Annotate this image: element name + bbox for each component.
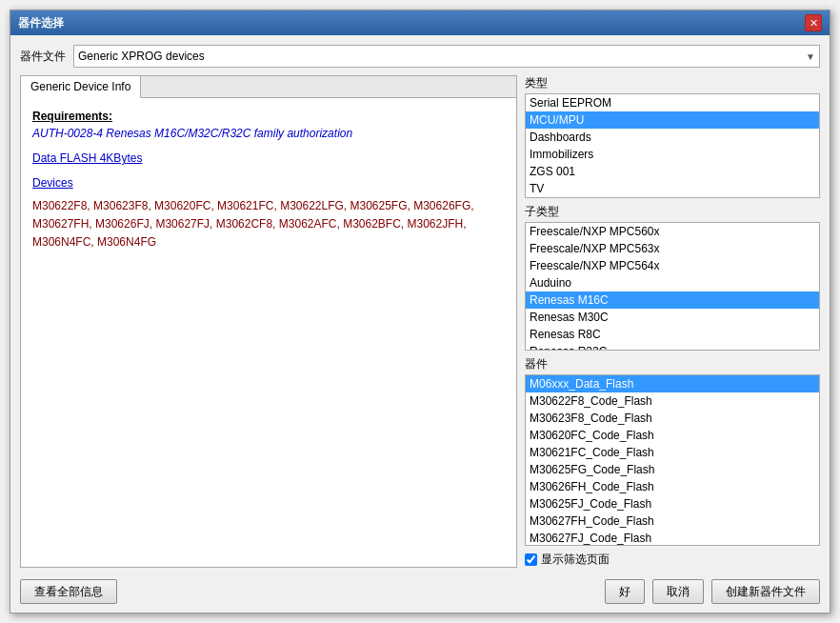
list-item[interactable]: M30626FH_Code_Flash — [526, 478, 819, 495]
list-item[interactable]: TV — [526, 180, 819, 197]
list-item[interactable]: Freescale/NXP MPC560x — [526, 223, 819, 240]
list-item[interactable]: Freescale/NXP MPC564x — [526, 257, 819, 274]
tab-bar: Generic Device Info — [21, 76, 516, 98]
list-item[interactable]: M30627FH_Code_Flash — [526, 512, 819, 530]
window-title: 器件选择 — [18, 15, 64, 31]
type-listbox[interactable]: Serial EEPROM MCU/MPU Dashboards Immobil… — [525, 93, 820, 198]
right-bottom-buttons: 好 取消 创建新器件文件 — [605, 579, 820, 604]
list-item[interactable]: Dashboards — [526, 129, 819, 146]
title-bar: 器件选择 ✕ — [10, 10, 830, 35]
subtype-section: 子类型 Freescale/NXP MPC560x Freescale/NXP … — [525, 204, 820, 351]
main-content: Generic Device Info Requirements: AUTH-0… — [20, 75, 820, 568]
list-item[interactable]: ZGS 001 — [526, 163, 819, 180]
tab-generic-device-info[interactable]: Generic Device Info — [21, 76, 141, 98]
requirements-text: AUTH-0028-4 Renesas M16C/M32C/R32C famil… — [32, 127, 505, 140]
list-item[interactable]: M30625FJ_Code_Flash — [526, 495, 819, 512]
device-file-label: 器件文件 — [20, 49, 66, 65]
list-item[interactable]: M30620FC_Code_Flash — [526, 427, 819, 444]
list-item[interactable]: Renesas M30C — [526, 309, 819, 326]
type-label: 类型 — [525, 75, 820, 91]
main-window: 器件选择 ✕ 器件文件 Generic XPROG devices ▼ Gene… — [10, 10, 830, 613]
show-filter-checkbox[interactable] — [525, 553, 537, 566]
devices-list: M30622F8, M30623F8, M30620FC, M30621FC, … — [32, 197, 505, 252]
dropdown-arrow-icon: ▼ — [806, 51, 815, 62]
list-item[interactable]: Auduino — [526, 274, 819, 291]
close-button[interactable]: ✕ — [805, 14, 822, 31]
show-filter-row: 显示筛选页面 — [525, 552, 820, 568]
list-item[interactable]: Renesas R32C — [526, 343, 819, 351]
list-item[interactable]: M06xxx_Data_Flash — [526, 375, 819, 392]
create-device-file-button[interactable]: 创建新器件文件 — [711, 579, 820, 604]
list-item[interactable]: Other ECU — [526, 197, 819, 198]
list-item[interactable]: Renesas M16C — [526, 291, 819, 309]
cancel-button[interactable]: 取消 — [652, 579, 704, 604]
list-item[interactable]: Immobilizers — [526, 146, 819, 163]
list-item[interactable]: MCU/MPU — [526, 111, 819, 129]
device-section: 器件 M06xxx_Data_Flash M30622F8_Code_Flash… — [525, 356, 820, 546]
right-panel: 类型 Serial EEPROM MCU/MPU Dashboards Immo… — [525, 75, 820, 568]
subtype-label: 子类型 — [525, 204, 820, 220]
device-file-value: Generic XPROG devices — [78, 50, 205, 63]
panel-content: Requirements: AUTH-0028-4 Renesas M16C/M… — [21, 98, 516, 567]
type-section: 类型 Serial EEPROM MCU/MPU Dashboards Immo… — [525, 75, 820, 198]
list-item[interactable]: M30625FG_Code_Flash — [526, 461, 819, 478]
list-item[interactable]: Freescale/NXP MPC563x — [526, 240, 819, 257]
window-body: 器件文件 Generic XPROG devices ▼ Generic Dev… — [10, 35, 830, 613]
list-item[interactable]: Serial EEPROM — [526, 94, 819, 111]
device-label: 器件 — [525, 356, 820, 372]
list-item[interactable]: Renesas R8C — [526, 326, 819, 343]
view-all-button[interactable]: 查看全部信息 — [20, 579, 117, 604]
left-bottom-buttons: 查看全部信息 — [20, 579, 117, 604]
show-filter-label: 显示筛选页面 — [541, 552, 610, 568]
data-flash-link[interactable]: Data FLASH 4KBytes — [32, 151, 505, 165]
bottom-row: 查看全部信息 好 取消 创建新器件文件 — [20, 575, 820, 604]
list-item[interactable]: M30627FJ_Code_Flash — [526, 530, 819, 546]
list-item[interactable]: M30622F8_Code_Flash — [526, 392, 819, 410]
devices-label[interactable]: Devices — [32, 176, 505, 190]
list-item[interactable]: M30621FC_Code_Flash — [526, 444, 819, 461]
requirements-label: Requirements: — [32, 110, 505, 123]
device-listbox[interactable]: M06xxx_Data_Flash M30622F8_Code_Flash M3… — [525, 374, 820, 546]
device-file-select[interactable]: Generic XPROG devices ▼ — [73, 45, 820, 68]
subtype-listbox[interactable]: Freescale/NXP MPC560x Freescale/NXP MPC5… — [525, 222, 820, 351]
ok-button[interactable]: 好 — [605, 579, 645, 604]
left-panel: Generic Device Info Requirements: AUTH-0… — [20, 75, 517, 568]
list-item[interactable]: M30623F8_Code_Flash — [526, 410, 819, 427]
device-file-row: 器件文件 Generic XPROG devices ▼ — [20, 45, 820, 68]
